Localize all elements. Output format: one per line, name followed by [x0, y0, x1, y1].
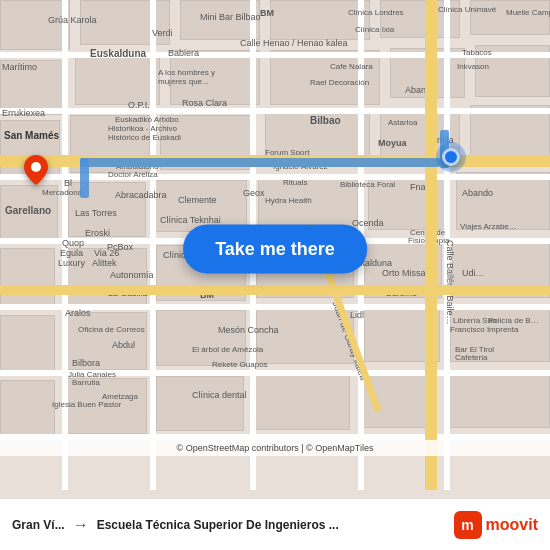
city-block [156, 310, 246, 366]
street [150, 0, 156, 490]
city-block [456, 172, 550, 230]
city-block [258, 178, 358, 230]
city-block [180, 0, 260, 40]
city-block [0, 60, 65, 115]
city-block [270, 0, 370, 40]
main-road [425, 0, 437, 490]
city-block [450, 305, 550, 362]
attribution-text: © OpenStreetMap contributors | © OpenMap… [177, 443, 374, 453]
app: Calle Henao / Henao kalea Calle Bailén /… [0, 0, 550, 550]
city-block [470, 0, 550, 35]
origin-marker [24, 155, 48, 189]
street [444, 0, 450, 490]
city-block [80, 0, 170, 45]
city-block [65, 312, 147, 370]
street [0, 52, 550, 58]
main-road [0, 285, 550, 295]
street [0, 370, 550, 376]
route-line-v [80, 158, 89, 198]
city-block [446, 370, 550, 428]
city-block [170, 50, 260, 105]
street [0, 304, 550, 310]
city-block [65, 378, 147, 434]
destination-marker [442, 148, 460, 166]
street [62, 0, 68, 490]
city-block [75, 55, 160, 105]
route-line-h [80, 158, 440, 167]
city-block [254, 374, 350, 430]
moovit-logo-text: moovit [486, 516, 538, 534]
map-attribution: © OpenStreetMap contributors | © OpenMap… [0, 440, 550, 456]
map-container: Calle Henao / Henao kalea Calle Bailén /… [0, 0, 550, 498]
city-block [0, 380, 55, 438]
from-label: Gran Ví... [12, 518, 65, 532]
city-block [65, 248, 147, 306]
city-block [0, 248, 55, 308]
to-label: Escuela Técnica Superior De Ingenieros .… [97, 518, 446, 532]
arrow-icon: → [73, 516, 89, 534]
moovit-letter: m [461, 517, 473, 533]
city-block [156, 376, 244, 431]
city-block [0, 0, 70, 50]
city-block [0, 185, 58, 240]
street [0, 108, 550, 114]
city-block [0, 315, 55, 375]
svg-point-0 [31, 162, 41, 172]
moovit-logo: m moovit [454, 511, 538, 539]
bottom-bar: Gran Ví... → Escuela Técnica Superior De… [0, 498, 550, 550]
moovit-icon: m [454, 511, 482, 539]
take-me-there-button[interactable]: Take me there [183, 225, 367, 274]
